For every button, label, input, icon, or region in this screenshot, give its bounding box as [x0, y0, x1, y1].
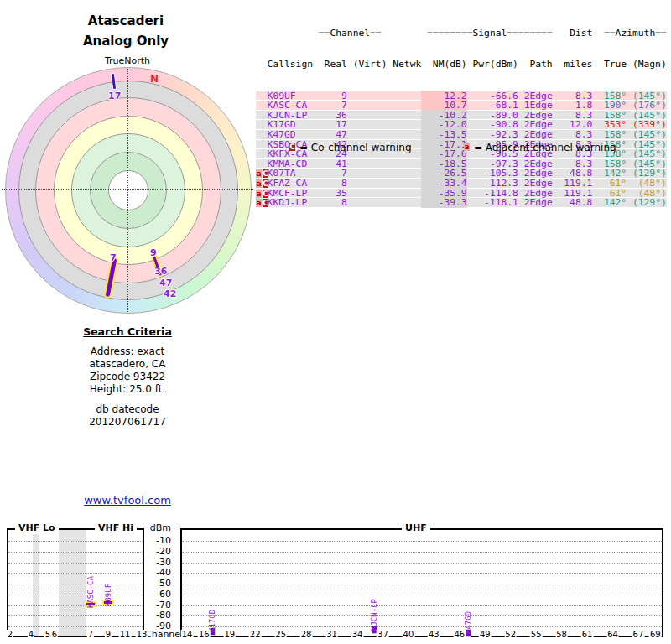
gridline	[8, 605, 143, 606]
location-title: Atascaderi	[25, 13, 226, 29]
adjacent-warning-flag: a	[256, 179, 262, 188]
channel-tick-label: 49	[479, 630, 492, 639]
network-cell	[387, 197, 421, 208]
path-cell: 2Edge	[518, 197, 553, 208]
channel-tick-label: 19	[223, 630, 236, 639]
db-datecode-value: 201207061717	[35, 416, 220, 428]
spectrum-gap-band	[59, 530, 86, 636]
crosshair-vertical	[127, 69, 128, 312]
adjacent-channel-text: = Adjacent channel warning	[474, 142, 616, 153]
co-channel-legend: C= Co-channel warning	[289, 142, 412, 153]
channel-tick-label: 46	[453, 630, 466, 639]
polar-label-ch36: 36	[154, 266, 167, 277]
gridline	[8, 541, 143, 542]
spectrum-gap-band	[33, 530, 39, 636]
virtual-channel-cell	[347, 197, 388, 208]
db-datecode: db datecode 201207061717	[35, 403, 220, 428]
channel-tick-label: 34	[351, 630, 364, 639]
channel-tick-label: 9	[105, 630, 112, 639]
adjacent-channel-legend: a= Adjacent channel warning	[464, 142, 616, 153]
dbm-tick-label: -80	[146, 610, 171, 621]
tvfool-link[interactable]: www.tvfool.com	[84, 494, 171, 506]
gridline	[8, 573, 143, 574]
azimuth-true-cell: 142°	[592, 197, 627, 208]
channel-tick-label: 25	[274, 630, 287, 639]
search-address: Address: exact	[35, 345, 220, 358]
uhf-panel: UHF 141619222528313437404346495255586164…	[180, 528, 663, 637]
station-callsign-label: KASC-CA	[86, 576, 95, 608]
gridline	[8, 626, 143, 627]
table-group-header: ==Channel== ========Signal======== Dist …	[256, 29, 667, 38]
co-channel-badge: C	[289, 143, 295, 151]
dbm-tick-label: -50	[146, 579, 171, 589]
signal-table: ==Channel== ========Signal======== Dist …	[256, 7, 667, 230]
gridline	[8, 552, 143, 553]
warning-flags: aC	[256, 169, 268, 179]
nm-db-cell: -39.3	[421, 197, 466, 208]
channel-tick-label: 11	[119, 630, 132, 639]
adjacent-warning-flag: a	[256, 190, 262, 198]
report-title: Atascaderi Analog Only	[25, 13, 226, 49]
station-callsign-label: K17GD	[208, 610, 216, 632]
polar-label-ch7: 7	[110, 252, 117, 263]
gridline	[8, 615, 143, 616]
gridline	[182, 605, 662, 606]
search-height: Height: 25.0 ft.	[35, 383, 220, 396]
warning-flags: aC	[256, 198, 268, 208]
co-channel-text: = Co-channel warning	[299, 142, 412, 153]
gridline	[182, 615, 662, 616]
db-datecode-label: db datecode	[35, 403, 220, 416]
station-callsign-label: KJCN-LP	[370, 599, 378, 631]
channel-tick-label: 43	[428, 630, 440, 639]
polar-label-ch42: 42	[164, 288, 176, 299]
gridline	[182, 563, 662, 564]
true-north-label: TrueNorth	[86, 55, 169, 66]
magnetic-north-label: N	[150, 73, 159, 85]
dbm-tick-label: -20	[146, 547, 171, 557]
polar-label-ch17: 17	[108, 91, 121, 101]
gridline	[8, 563, 143, 564]
channel-tick-label: 61	[581, 630, 594, 639]
channel-tick-label: 28	[300, 630, 313, 639]
gridline	[182, 595, 662, 595]
channel-tick-label: 67	[632, 630, 645, 639]
dbm-tick-label: -10	[146, 536, 171, 546]
channel-tick-label: 2	[7, 630, 13, 639]
dbm-tick-label: -90	[146, 621, 171, 631]
channel-tick-label: 52	[504, 630, 517, 639]
vhf-hi-band-label: VHF Hi	[95, 522, 137, 534]
channel-tick-label: 69	[649, 630, 662, 639]
channel-tick-label: 37	[377, 630, 389, 639]
table-column-header: Callsign Real (Virt) Netwk NM(dB) Pwr(dB…	[256, 60, 667, 70]
adjacent-channel-badge: a	[464, 143, 470, 151]
azimuth-magnetic-cell: (129°)	[627, 197, 667, 208]
channel-tick-label: 4	[28, 630, 34, 639]
gridline	[182, 573, 662, 574]
vhf-lo-band-label: VHF Lo	[15, 522, 59, 534]
warning-flags: aC	[256, 179, 268, 189]
distance-cell: 48.8	[553, 197, 593, 208]
power-dbm-cell: -118.1	[467, 197, 518, 208]
channel-tick-label: 7	[87, 630, 94, 639]
callsign-cell: KKDJ-LP	[268, 197, 319, 208]
channel-tick-label: 31	[325, 630, 338, 639]
gridline	[182, 541, 662, 542]
adjacent-warning-flag: a	[256, 199, 262, 207]
dbm-axis-unit: dBm	[146, 522, 171, 533]
channel-tick-label: 16	[198, 630, 211, 639]
tvfool-report: Atascaderi Analog Only TrueNorth N 17 7 …	[0, 0, 671, 644]
search-criteria: Search Criteria Address: exact atascader…	[35, 325, 220, 396]
gridline	[182, 626, 662, 627]
adjacent-warning-flag: a	[256, 169, 262, 178]
vhf-panel: VHF Lo VHF Hi 2456791113KASC-CAK09UF	[7, 528, 144, 637]
station-callsign-label: K09UF	[104, 584, 112, 606]
channel-tick-label: 22	[249, 630, 262, 639]
channel-tick-label: 6	[51, 630, 58, 639]
real-channel-cell: 8	[319, 197, 347, 208]
center-circle	[108, 170, 148, 210]
channel-tick-label: 40	[403, 630, 415, 639]
search-criteria-heading: Search Criteria	[35, 325, 220, 338]
table-row: aCKKDJ-LP 8 -39.3 -118.1 2Edge 48.8 142°…	[256, 198, 667, 208]
polar-label-ch9: 9	[150, 247, 157, 258]
nm-db-cell: -33.4	[421, 178, 466, 189]
